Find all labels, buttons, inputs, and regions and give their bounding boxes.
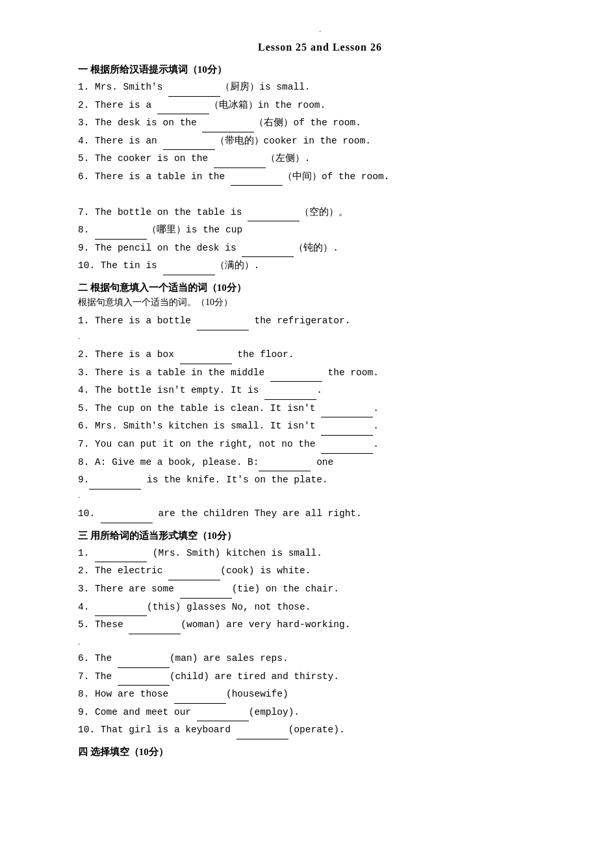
q2-1: 1. There is a bottle the refrigerator. <box>78 312 562 330</box>
blank <box>242 247 294 257</box>
q3-3: 3. There are some (tie) on the chair. <box>78 580 562 599</box>
q3-8: 8. How are those (housewife) <box>78 686 562 704</box>
q2-6: 6. Mrs. Smith's kitchen is small. It isn… <box>78 417 562 436</box>
blank <box>168 86 220 97</box>
blank <box>95 552 147 562</box>
q3-4: 4. (this) glasses No, not those. <box>78 599 562 617</box>
q1-2: 2. There is a （电冰箱）in the room. <box>78 97 562 115</box>
blank <box>264 390 316 400</box>
blank <box>237 729 288 739</box>
blank <box>214 158 266 168</box>
q1-10: 10. The tin is （满的）. <box>78 257 562 275</box>
blank <box>95 606 147 616</box>
top-mark: · <box>78 26 562 36</box>
blank <box>248 211 300 221</box>
section3-questions: 1. (Mrs. Smith) kitchen is small. 2. The… <box>78 545 562 739</box>
q1-4: 4. There is an （带电的）cooker in the room. <box>78 132 562 151</box>
q2-7: 7. You can put it on the right, not no t… <box>78 436 562 454</box>
q3-dot: . <box>78 634 562 651</box>
blank <box>168 570 220 580</box>
q3-5: 5. These (woman) are very hard-working. <box>78 616 562 634</box>
blank <box>259 461 311 471</box>
section2-questions: 1. There is a bottle the refrigerator. ·… <box>78 312 562 523</box>
q3-7: 7. The (child) are tired and thirsty. <box>78 668 562 686</box>
blank <box>180 588 232 599</box>
q1-8: 8. （哪里）is the cup <box>78 221 562 240</box>
blank <box>321 443 373 454</box>
q3-9: 9. Come and meet our (employ). <box>78 704 562 722</box>
blank <box>231 175 283 186</box>
section1-header: 一 根据所给汉语提示填词（10分） <box>78 64 562 76</box>
section3-header: 三 用所给词的适当形式填空（10分） <box>78 530 562 542</box>
q1-6: 6. There is a table in the （中间）of the ro… <box>78 168 562 186</box>
q2-10: 10. are the children They are all right. <box>78 505 562 523</box>
q1-7: 7. The bottle on the table is （空的）。 <box>78 204 562 222</box>
blank <box>129 624 181 634</box>
blank <box>89 479 141 490</box>
section4-header: 四 选择填空（10分） <box>78 746 562 758</box>
q2-2: 2. There is a box the floor. <box>78 346 562 364</box>
q1-1: 1. Mrs. Smith's （厨房）is small. <box>78 79 562 97</box>
blank <box>163 265 215 275</box>
blank <box>157 104 209 114</box>
q2-8: 8. A: Give me a book, please. B: one <box>78 454 562 472</box>
blank <box>118 675 170 686</box>
q3-2: 2. The electric (cook) is white. <box>78 562 562 580</box>
section2-sub: 根据句意填入一个适当的词。（10分） <box>78 297 562 308</box>
blank <box>95 229 147 240</box>
blank <box>202 122 254 132</box>
page: · Lesson 25 and Lesson 26 一 根据所给汉语提示填词（1… <box>0 0 614 868</box>
section1-questions: 1. Mrs. Smith's （厨房）is small. 2. There i… <box>78 79 562 275</box>
blank <box>197 320 249 330</box>
q3-6: 6. The (man) are sales reps. <box>78 650 562 668</box>
blank <box>321 407 373 417</box>
q2-note1: · <box>78 330 562 347</box>
blank <box>270 371 322 382</box>
q1-spacer <box>78 186 562 204</box>
section2-header: 二 根据句意填入一个适当的词（10分） <box>78 282 562 294</box>
q2-9: 9. is the knife. It's on the plate. <box>78 471 562 490</box>
blank <box>163 140 215 150</box>
q3-1: 1. (Mrs. Smith) kitchen is small. <box>78 545 562 563</box>
q2-4: 4. The bottle isn't empty. It is . <box>78 382 562 400</box>
page-title: Lesson 25 and Lesson 26 <box>78 42 562 53</box>
blank <box>174 693 226 704</box>
blank <box>101 513 153 523</box>
q2-3: 3. There is a table in the middle the ro… <box>78 364 562 382</box>
q1-3: 3. The desk is on the （右侧）of the room. <box>78 114 562 132</box>
q1-5: 5. The cooker is on the （左侧）. <box>78 150 562 168</box>
q2-5: 5. The cup on the table is clean. It isn… <box>78 400 562 418</box>
q3-10: 10. That girl is a keyboard (operate). <box>78 721 562 739</box>
blank <box>180 354 232 364</box>
q2-note2: · <box>78 490 562 506</box>
blank <box>321 425 373 436</box>
q1-9: 9. The pencil on the desk is （钝的）. <box>78 240 562 258</box>
blank <box>118 658 170 668</box>
blank <box>197 711 249 721</box>
